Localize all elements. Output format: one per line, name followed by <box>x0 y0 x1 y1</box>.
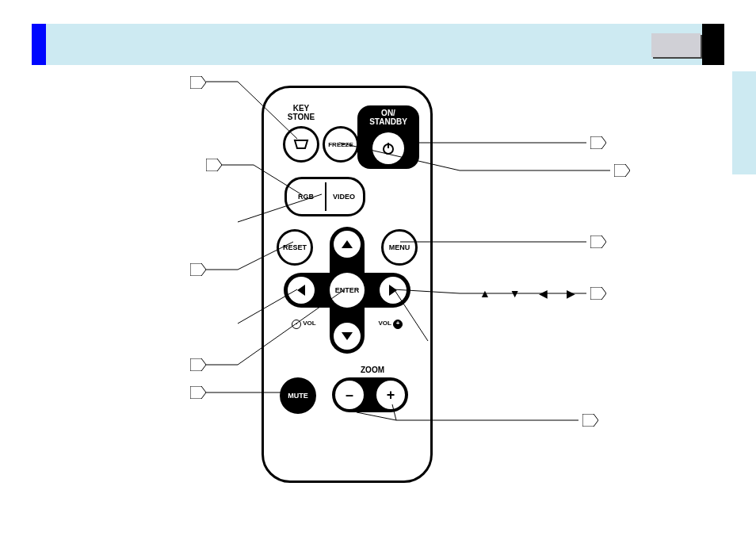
dpad: ENTER <box>284 227 410 354</box>
freeze-button[interactable]: FREEZE <box>323 126 359 163</box>
video-button[interactable]: VIDEO <box>325 179 363 214</box>
keystone-button[interactable] <box>283 126 319 163</box>
dpad-down-button[interactable] <box>334 323 361 350</box>
on-standby-panel: ON/ STANDBY <box>357 105 419 169</box>
zoom-cluster: – + <box>332 377 408 412</box>
keystone-label: KEY STONE <box>281 104 321 121</box>
vol-minus-mark: - VOL <box>292 320 316 329</box>
dpad-right-button[interactable] <box>380 277 407 304</box>
rgb-button[interactable]: RGB <box>287 179 325 214</box>
black-chip <box>702 24 724 65</box>
power-icon <box>381 141 395 155</box>
zoom-minus-label: – <box>346 387 353 404</box>
zoom-plus-button[interactable]: + <box>376 381 405 409</box>
power-button[interactable] <box>372 132 404 164</box>
callout-tag-right-5 <box>582 414 598 427</box>
side-tab <box>732 71 756 174</box>
arrow-right-icon <box>389 285 397 296</box>
callout-tag-left-2 <box>206 159 222 171</box>
grey-chip <box>651 33 701 57</box>
top-bar <box>32 24 724 65</box>
callout-tag-left-4 <box>190 358 206 371</box>
rgb-label: RGB <box>298 193 314 201</box>
callout-tag-left-1 <box>190 76 206 89</box>
dpad-left-button[interactable] <box>288 277 315 304</box>
callout-tag-right-2 <box>614 164 630 177</box>
arrow-glyph-row: ▲ ▼ ◀ ▶ <box>479 287 583 300</box>
mute-button[interactable]: MUTE <box>280 377 316 414</box>
callout-tag-right-1 <box>590 136 606 149</box>
vol-plus-mark: VOL + <box>378 320 403 329</box>
callout-tag-right-3 <box>590 235 606 248</box>
keystone-icon <box>293 139 309 150</box>
accent-blue-block <box>32 24 46 65</box>
remote-control: KEY STONE FREEZE ON/ STANDBY RGB VIDEO <box>262 86 433 483</box>
zoom-plus-label: + <box>387 387 395 404</box>
arrow-left-icon <box>297 285 305 296</box>
zoom-minus-button[interactable]: – <box>335 381 364 409</box>
callout-tag-right-4 <box>590 287 606 300</box>
dpad-up-button[interactable] <box>334 231 361 258</box>
zoom-label: ZOOM <box>353 366 392 374</box>
mute-label: MUTE <box>288 392 308 400</box>
video-label: VIDEO <box>333 193 355 201</box>
rgb-video-cluster: RGB VIDEO <box>284 177 365 216</box>
on-standby-label: ON/ STANDBY <box>357 109 419 126</box>
enter-label: ENTER <box>335 286 360 294</box>
arrow-down-icon <box>342 332 353 340</box>
freeze-label: FREEZE <box>328 141 353 148</box>
arrow-up-icon <box>342 240 353 248</box>
enter-button[interactable]: ENTER <box>330 273 365 308</box>
callout-tag-left-3 <box>190 263 206 276</box>
callout-tag-left-5 <box>190 386 206 399</box>
